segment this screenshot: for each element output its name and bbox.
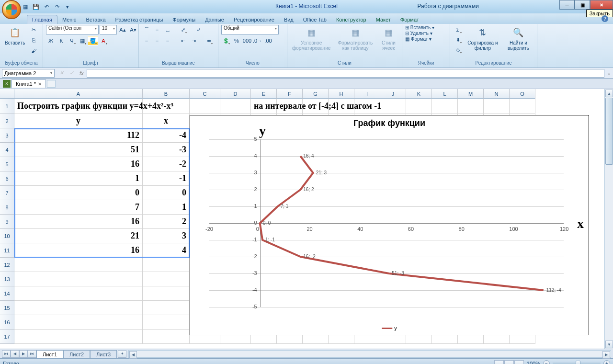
cell[interactable]: 3 bbox=[143, 229, 190, 243]
font-size-select[interactable]: 10 bbox=[100, 25, 117, 34]
tab-разметка-страницы[interactable]: Разметка страницы bbox=[111, 15, 168, 24]
row-header[interactable]: 15 bbox=[0, 301, 14, 315]
column-header[interactable]: O bbox=[510, 89, 535, 99]
undo-button[interactable]: ↶ bbox=[42, 2, 51, 11]
increase-font-button[interactable]: A▴ bbox=[118, 25, 127, 34]
help-button[interactable]: ? bbox=[602, 15, 608, 22]
scroll-right-button[interactable]: ▶ bbox=[602, 351, 610, 359]
increase-indent-button[interactable]: ⇥ bbox=[189, 36, 198, 46]
column-header[interactable]: M bbox=[458, 89, 484, 99]
row-header[interactable]: 13 bbox=[0, 272, 14, 286]
align-left-button[interactable]: ≡ bbox=[142, 36, 151, 46]
cell[interactable]: -4 bbox=[143, 128, 190, 143]
underline-button[interactable]: Ч bbox=[67, 36, 77, 46]
row-header[interactable]: 2 bbox=[0, 114, 14, 128]
row-header[interactable]: 7 bbox=[0, 186, 14, 200]
scroll-down-button[interactable]: ▼ bbox=[605, 341, 613, 348]
data-label[interactable]: 21; 3 bbox=[316, 170, 327, 175]
chart-plot-area[interactable]: -5-4-3-2-1012345-2002040608010012016; 42… bbox=[209, 139, 564, 307]
data-label[interactable]: 112; -4 bbox=[546, 287, 561, 293]
data-label[interactable]: 51; -3 bbox=[392, 271, 404, 276]
tab-макет[interactable]: Макет bbox=[371, 15, 396, 24]
decrease-font-button[interactable]: A▾ bbox=[128, 25, 138, 34]
column-header[interactable]: H bbox=[329, 89, 354, 99]
cell[interactable] bbox=[380, 99, 406, 114]
clear-button[interactable]: ◇ bbox=[453, 45, 463, 55]
x-axis-title[interactable]: х bbox=[577, 216, 584, 231]
cell[interactable]: 21 bbox=[14, 229, 143, 243]
cell[interactable] bbox=[484, 99, 510, 114]
wrap-text-button[interactable]: ⤶ bbox=[193, 25, 203, 34]
accounting-format-button[interactable]: 💲 bbox=[221, 36, 231, 46]
cell[interactable]: 112 bbox=[14, 128, 143, 143]
cell[interactable]: 51 bbox=[14, 143, 143, 157]
align-top-button[interactable]: ⎴ bbox=[142, 25, 151, 34]
format-painter-button[interactable]: 🖌 bbox=[29, 46, 38, 56]
close-button[interactable]: ✕ bbox=[590, 0, 613, 10]
first-sheet-button[interactable]: ⏮ bbox=[2, 350, 11, 358]
border-button[interactable]: ▦ bbox=[78, 36, 87, 46]
fill-color-button[interactable]: 🪣 bbox=[88, 36, 98, 46]
font-color-button[interactable]: A bbox=[99, 36, 108, 46]
qat-dropdown[interactable]: ▾ bbox=[63, 2, 72, 11]
prev-sheet-button[interactable]: ◀ bbox=[11, 350, 19, 358]
insert-cells-button[interactable]: ⊞ Вставить ▾ bbox=[405, 25, 434, 30]
cell[interactable]: Построить график функции у=4х+4х²-х³ bbox=[14, 99, 143, 114]
data-label[interactable]: 0; 0 bbox=[263, 220, 271, 226]
autosum-button[interactable]: Σ bbox=[453, 25, 463, 34]
cell[interactable] bbox=[14, 301, 143, 315]
cell[interactable]: 16 bbox=[14, 243, 143, 258]
cell[interactable]: 7 bbox=[14, 200, 143, 215]
enter-formula-button[interactable]: ✓ bbox=[67, 70, 77, 76]
merge-button[interactable]: ⬌ bbox=[204, 36, 214, 46]
cell[interactable]: -3 bbox=[143, 143, 190, 157]
tab-формулы[interactable]: Формулы bbox=[168, 15, 200, 24]
bold-button[interactable]: Ж bbox=[46, 36, 56, 46]
zoom-out-button[interactable]: − bbox=[543, 360, 550, 364]
horizontal-scrollbar[interactable]: ◀ ▶ bbox=[128, 350, 611, 358]
align-middle-button[interactable]: ≡ bbox=[152, 25, 162, 34]
column-header[interactable]: F bbox=[277, 89, 303, 99]
expand-formula-bar-button[interactable]: ⌄ bbox=[604, 70, 613, 76]
cell[interactable] bbox=[143, 301, 190, 315]
cell[interactable] bbox=[458, 99, 484, 114]
cell[interactable]: 1 bbox=[143, 200, 190, 215]
cell[interactable] bbox=[510, 99, 535, 114]
redo-button[interactable]: ↷ bbox=[53, 2, 61, 11]
row-header[interactable]: 3 bbox=[0, 128, 14, 143]
new-workbook-button[interactable] bbox=[47, 80, 56, 88]
percent-button[interactable]: % bbox=[232, 36, 241, 46]
column-header[interactable]: E bbox=[251, 89, 277, 99]
cell[interactable] bbox=[14, 286, 143, 301]
select-all-corner[interactable] bbox=[0, 89, 14, 99]
column-header[interactable]: K bbox=[406, 89, 432, 99]
tab-формат[interactable]: Формат bbox=[396, 15, 424, 24]
tab-office-tab[interactable]: Office Tab bbox=[298, 15, 331, 24]
cell[interactable] bbox=[432, 99, 458, 114]
column-header[interactable]: I bbox=[354, 89, 380, 99]
column-header[interactable]: A bbox=[14, 89, 143, 99]
chart-title[interactable]: График функции bbox=[190, 115, 589, 131]
cancel-formula-button[interactable]: ✕ bbox=[57, 70, 67, 76]
fill-button[interactable]: ⬇ bbox=[453, 35, 463, 45]
vertical-scrollbar[interactable]: ▲ ▼ bbox=[604, 89, 613, 349]
cell[interactable]: на интервале от [-4;4] с шагом -1 bbox=[251, 99, 277, 114]
cell[interactable] bbox=[143, 258, 190, 272]
cell[interactable] bbox=[14, 272, 143, 286]
align-center-button[interactable]: ≡ bbox=[152, 36, 162, 46]
maximize-button[interactable]: ▣ bbox=[575, 0, 590, 10]
column-header[interactable]: D bbox=[220, 89, 251, 99]
data-label[interactable]: 16; -2 bbox=[303, 254, 316, 259]
paste-button[interactable]: 📋 Вставить bbox=[3, 25, 27, 46]
cell[interactable] bbox=[14, 315, 143, 330]
formula-input[interactable] bbox=[87, 69, 604, 78]
tab-вставка[interactable]: Вставка bbox=[81, 15, 111, 24]
cell[interactable] bbox=[406, 99, 432, 114]
last-sheet-button[interactable]: ⏭ bbox=[28, 350, 36, 358]
row-header[interactable]: 1 bbox=[0, 99, 14, 114]
workbook-tab[interactable]: Книга1 * ✕ bbox=[11, 80, 46, 88]
zoom-slider[interactable] bbox=[553, 363, 601, 364]
data-label[interactable]: 1; -1 bbox=[265, 237, 275, 242]
decrease-decimal-button[interactable]: .00 bbox=[263, 36, 273, 46]
new-sheet-button[interactable]: ✦ bbox=[118, 350, 126, 358]
